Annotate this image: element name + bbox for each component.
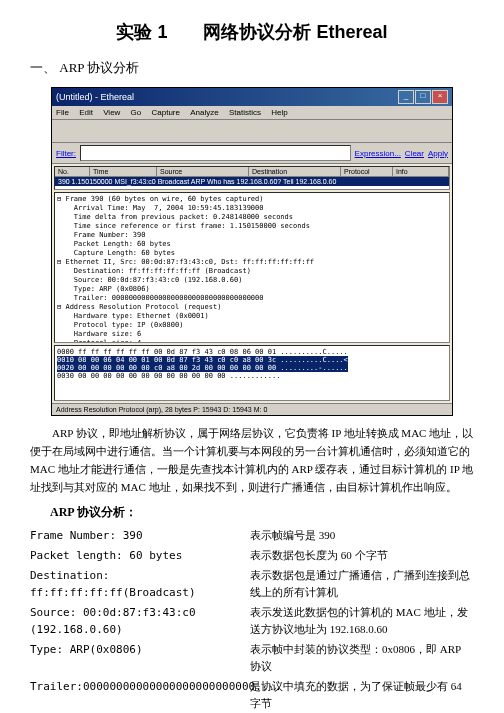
- window-controls: _ □ ×: [398, 90, 448, 104]
- toolbar: [52, 120, 452, 143]
- tool-btn[interactable]: [168, 122, 186, 140]
- col-time[interactable]: Time: [90, 167, 157, 176]
- clear-link[interactable]: Clear: [405, 149, 424, 158]
- maximize-button[interactable]: □: [415, 90, 431, 104]
- tool-btn[interactable]: [282, 122, 300, 140]
- menu-edit[interactable]: Edit: [79, 108, 93, 117]
- tool-btn[interactable]: [73, 122, 91, 140]
- analysis-row: Type: ARP(0x0806) 表示帧中封装的协议类型：0x0806，即 A…: [30, 641, 474, 675]
- tool-btn[interactable]: [358, 122, 376, 140]
- analysis-row: Source: 00:0d:87:f3:43:c0 (192.168.0.60)…: [30, 604, 474, 638]
- tool-btn[interactable]: [54, 122, 72, 140]
- menu-file[interactable]: File: [56, 108, 69, 117]
- menu-analyze[interactable]: Analyze: [190, 108, 218, 117]
- analysis-row: Trailer:00000000000000000000000000.... 是…: [30, 678, 474, 712]
- menu-help[interactable]: Help: [271, 108, 287, 117]
- app-title: (Untitled) - Ethereal: [56, 92, 134, 102]
- hex-pane[interactable]: 0000 ff ff ff ff ff ff 00 0d 87 f3 43 c0…: [54, 345, 450, 401]
- field-desc: 是协议中填充的数据，为了保证帧最少有 64 字节: [250, 678, 474, 712]
- field-name: Destination: ff:ff:ff:ff:ff(Broadcast): [30, 567, 250, 601]
- menu-capture[interactable]: Capture: [152, 108, 180, 117]
- tool-btn[interactable]: [92, 122, 110, 140]
- paragraph-arp-intro: ARP 协议，即地址解析协议，属于网络层协议，它负责将 IP 地址转换成 MAC…: [30, 424, 474, 496]
- tool-btn[interactable]: [263, 122, 281, 140]
- field-desc: 表示数据包是通过广播通信，广播到连接到总线上的所有计算机: [250, 567, 474, 601]
- filter-label[interactable]: Filter:: [56, 149, 76, 158]
- filter-input[interactable]: [80, 145, 351, 161]
- hex-line: 0030 00 00 00 00 00 00 00 00 00 00 00 00…: [57, 372, 447, 380]
- field-name: Frame Number: 390: [30, 527, 250, 544]
- apply-link[interactable]: Apply: [428, 149, 448, 158]
- tool-btn[interactable]: [396, 122, 414, 140]
- packet-row[interactable]: 390 1.150150000 MSI_f3:43:c0 Broadcast A…: [55, 177, 449, 186]
- tool-btn[interactable]: [225, 122, 243, 140]
- filterbar: Filter: Expression... Clear Apply: [52, 143, 452, 164]
- hex-line: 0000 ff ff ff ff ff ff 00 0d 87 f3 43 c0…: [57, 348, 447, 356]
- tool-btn[interactable]: [187, 122, 205, 140]
- section-heading: 一、 ARP 协议分析: [30, 59, 474, 77]
- tool-btn[interactable]: [111, 122, 129, 140]
- col-source[interactable]: Source: [157, 167, 249, 176]
- tool-btn[interactable]: [339, 122, 357, 140]
- hex-line: 0010 08 00 06 04 00 01 00 0d 87 f3 43 c0…: [57, 356, 447, 364]
- field-name: Type: ARP(0x0806): [30, 641, 250, 675]
- menu-statistics[interactable]: Statistics: [229, 108, 261, 117]
- titlebar: (Untitled) - Ethereal _ □ ×: [52, 88, 452, 106]
- field-desc: 表示帧中封装的协议类型：0x0806，即 ARP 协议: [250, 641, 474, 675]
- menubar: File Edit View Go Capture Analyze Statis…: [52, 106, 452, 120]
- tool-btn[interactable]: [206, 122, 224, 140]
- field-name: Source: 00:0d:87:f3:43:c0 (192.168.0.60): [30, 604, 250, 638]
- analysis-row: Frame Number: 390 表示帧编号是 390: [30, 527, 474, 544]
- analysis-row: Destination: ff:ff:ff:ff:ff(Broadcast) 表…: [30, 567, 474, 601]
- field-desc: 表示发送此数据包的计算机的 MAC 地址，发送方协议地址为 192.168.0.…: [250, 604, 474, 638]
- packet-list-pane[interactable]: No. Time Source Destination Protocol Inf…: [54, 166, 450, 190]
- analysis-row: Packet length: 60 bytes 表示数据包长度为 60 个字节: [30, 547, 474, 564]
- col-protocol[interactable]: Protocol: [341, 167, 393, 176]
- minimize-button[interactable]: _: [398, 90, 414, 104]
- tool-btn[interactable]: [320, 122, 338, 140]
- tool-btn[interactable]: [130, 122, 148, 140]
- col-no[interactable]: No.: [55, 167, 90, 176]
- col-info[interactable]: Info: [393, 167, 449, 176]
- tool-btn[interactable]: [415, 122, 433, 140]
- list-header: No. Time Source Destination Protocol Inf…: [55, 167, 449, 177]
- doc-title: 实验 1 网络协议分析 Ethereal: [30, 20, 474, 44]
- menu-view[interactable]: View: [103, 108, 120, 117]
- field-name: Packet length: 60 bytes: [30, 547, 250, 564]
- tool-btn[interactable]: [149, 122, 167, 140]
- hex-line: 0020 00 00 00 00 00 00 c0 a8 00 2d 00 00…: [57, 364, 447, 372]
- expression-link[interactable]: Expression...: [355, 149, 401, 158]
- field-name: Trailer:00000000000000000000000000....: [30, 678, 250, 712]
- field-desc: 表示数据包长度为 60 个字节: [250, 547, 474, 564]
- packet-detail-pane[interactable]: ⊟ Frame 390 (60 bytes on wire, 60 bytes …: [54, 192, 450, 343]
- tool-btn[interactable]: [244, 122, 262, 140]
- analysis-subtitle: ARP 协议分析：: [50, 504, 474, 521]
- field-desc: 表示帧编号是 390: [250, 527, 474, 544]
- ethereal-window: (Untitled) - Ethereal _ □ × File Edit Vi…: [51, 87, 453, 416]
- analysis-table: Frame Number: 390 表示帧编号是 390 Packet leng…: [30, 527, 474, 713]
- tool-btn[interactable]: [301, 122, 319, 140]
- statusbar: Address Resolution Protocol (arp), 28 by…: [52, 403, 452, 415]
- close-button[interactable]: ×: [432, 90, 448, 104]
- menu-go[interactable]: Go: [131, 108, 142, 117]
- tool-btn[interactable]: [377, 122, 395, 140]
- col-destination[interactable]: Destination: [249, 167, 341, 176]
